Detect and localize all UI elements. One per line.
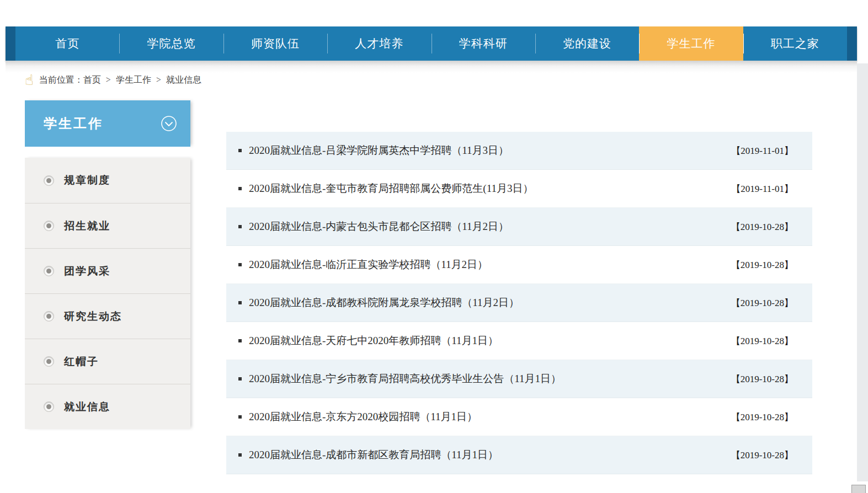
top-navbar: 首页 学院总览 师资队伍 人才培养 学科科研 党的建设 学生工作 职工之家 [6,26,857,61]
nav-tab[interactable]: 首页 [15,26,119,61]
nav-tab[interactable]: 师资队伍 [223,26,327,61]
list-item: 2020届就业信息-吕梁学院附属英杰中学招聘（11月3日） 【2019-11-0… [226,132,812,170]
job-info-list: 2020届就业信息-吕梁学院附属英杰中学招聘（11月3日） 【2019-11-0… [226,132,812,474]
breadcrumb-link-jobs[interactable]: 就业信息 [166,74,201,86]
nav-tab[interactable]: 学科科研 [432,26,535,61]
sidebar-item[interactable]: 就业信息 [25,384,190,429]
list-item: 2020届就业信息-奎屯市教育局招聘部属公费师范生(11月3日） 【2019-1… [226,170,812,208]
nav-tab-label: 首页 [55,36,79,51]
sidebar-gap [25,147,190,158]
list-item: 2020届就业信息-天府七中2020年教师招聘（11月1日） 【2019-10-… [226,322,812,360]
sidebar-header[interactable]: 学生工作 [25,100,190,147]
sidebar-item[interactable]: 招生就业 [25,203,190,248]
list-item-date: 【2019-10-28】 [731,449,794,462]
square-bullet-icon [238,263,242,266]
nav-tab-label: 学院总览 [147,36,196,51]
list-item: 2020届就业信息-京东方2020校园招聘（11月1日） 【2019-10-28… [226,398,812,436]
list-item-title[interactable]: 2020届就业信息-临沂正直实验学校招聘（11月2日） [249,258,720,272]
page-container: 首页 学院总览 师资队伍 人才培养 学科科研 党的建设 学生工作 职工之家 ☝ … [6,0,857,474]
sidebar-item[interactable]: 规章制度 [25,158,190,203]
list-item-title[interactable]: 2020届就业信息-成都市新都区教育局招聘（11月1日） [249,448,720,462]
nav-tab-label: 党的建设 [563,36,611,51]
square-bullet-icon [238,339,242,342]
breadcrumb-prefix: 当前位置： [39,74,83,86]
radio-bullet-icon [44,311,54,321]
sidebar: 学生工作 规章制度 招生就业 团学风采 [25,100,190,429]
square-bullet-icon [238,187,242,190]
sidebar-item[interactable]: 红帽子 [25,339,190,384]
radio-bullet-icon [44,175,54,186]
breadcrumb-separator: > [156,75,161,85]
square-bullet-icon [238,301,242,304]
sidebar-item-label: 招生就业 [64,219,110,233]
list-item-date: 【2019-10-28】 [731,335,794,347]
sidebar-title: 学生工作 [44,115,103,132]
list-item-date: 【2019-10-28】 [731,221,794,233]
breadcrumb-link-home[interactable]: 首页 [83,74,101,86]
nav-tab[interactable]: 学生工作 [639,26,743,61]
list-item-date: 【2019-10-28】 [731,259,794,271]
chevron-down-circle-icon[interactable] [161,115,177,132]
nav-tab-label: 人才培养 [355,36,403,51]
sidebar-item[interactable]: 研究生动态 [25,293,190,339]
radio-bullet-icon [44,401,54,412]
list-item-title[interactable]: 2020届就业信息-京东方2020校园招聘（11月1日） [249,410,720,424]
radio-bullet-icon [44,221,54,231]
list-item-title[interactable]: 2020届就业信息-吕梁学院附属英杰中学招聘（11月3日） [249,143,720,158]
square-bullet-icon [238,377,242,381]
sidebar-item-label: 研究生动态 [64,309,122,324]
nav-tab[interactable]: 党的建设 [535,26,639,61]
nav-tab[interactable]: 人才培养 [327,26,431,61]
sidebar-item-label: 红帽子 [64,355,99,369]
nav-tab-label: 学生工作 [667,36,715,51]
main-content: 学生工作 规章制度 招生就业 团学风采 [6,99,857,474]
nav-tab-label: 学科科研 [459,36,508,51]
square-bullet-icon [238,415,242,419]
list-item-date: 【2019-11-01】 [731,183,794,195]
list-item: 2020届就业信息-宁乡市教育局招聘高校优秀毕业生公告（11月1日） 【2019… [226,360,812,398]
list-item-date: 【2019-11-01】 [731,144,794,157]
sidebar-menu: 规章制度 招生就业 团学风采 研究生动态 红帽子 [25,158,190,429]
sidebar-item[interactable]: 团学风采 [25,248,190,293]
right-edge-strip [857,63,868,481]
breadcrumb-link-student-work[interactable]: 学生工作 [116,74,151,86]
list-item-title[interactable]: 2020届就业信息-内蒙古包头市昆都仑区招聘（11月2日） [249,219,720,234]
list-item-title[interactable]: 2020届就业信息-天府七中2020年教师招聘（11月1日） [249,334,720,348]
square-bullet-icon [238,225,242,228]
navbar-right-cap [847,26,857,61]
list-item-title[interactable]: 2020届就业信息-奎屯市教育局招聘部属公费师范生(11月3日） [249,181,720,196]
sidebar-item-label: 规章制度 [64,173,110,187]
list-item: 2020届就业信息-成都教科院附属龙泉学校招聘（11月2日） 【2019-10-… [226,284,812,322]
navbar-left-cap [6,26,15,61]
list-item-date: 【2019-10-28】 [731,373,794,385]
breadcrumb-separator: > [106,75,111,85]
list-item: 2020届就业信息-成都市新都区教育局招聘（11月1日） 【2019-10-28… [226,436,812,474]
list-item: 2020届就业信息-临沂正直实验学校招聘（11月2日） 【2019-10-28】 [226,246,812,284]
radio-bullet-icon [44,356,54,367]
nav-tab[interactable]: 职工之家 [743,26,847,61]
list-item-title[interactable]: 2020届就业信息-成都教科院附属龙泉学校招聘（11月2日） [249,296,720,310]
list-item-title[interactable]: 2020届就业信息-宁乡市教育局招聘高校优秀毕业生公告（11月1日） [249,372,720,386]
sidebar-item-label: 就业信息 [64,400,110,414]
list-item-date: 【2019-10-28】 [731,411,794,424]
breadcrumb: ☝ 当前位置： 首页 > 学生工作 > 就业信息 [6,61,857,99]
hand-pointer-icon: ☝ [25,73,34,87]
square-bullet-icon [238,453,242,457]
square-bullet-icon [238,149,242,152]
nav-tab[interactable]: 学院总览 [119,26,223,61]
sidebar-item-label: 团学风采 [64,264,110,278]
nav-tab-label: 职工之家 [771,36,819,51]
radio-bullet-icon [44,266,54,276]
corner-widget[interactable] [851,485,866,493]
list-item-date: 【2019-10-28】 [731,297,794,309]
list-item: 2020届就业信息-内蒙古包头市昆都仑区招聘（11月2日） 【2019-10-2… [226,208,812,246]
nav-tab-label: 师资队伍 [251,36,300,51]
